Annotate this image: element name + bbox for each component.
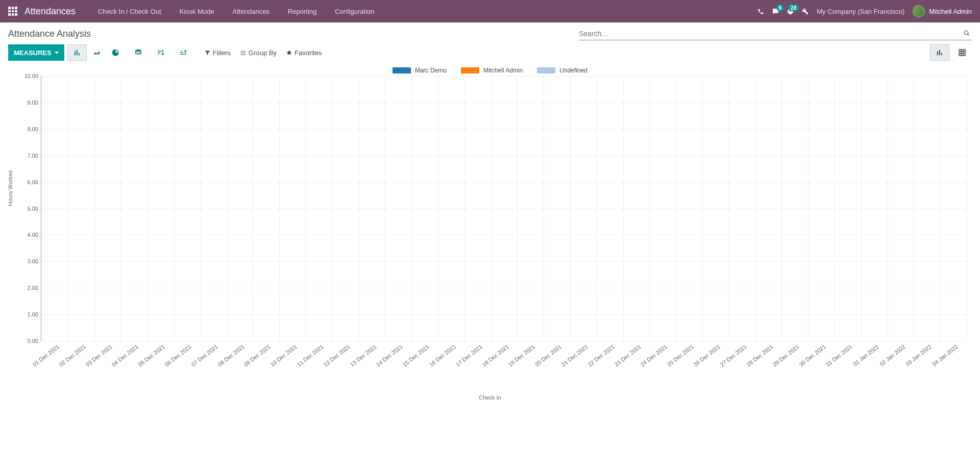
discuss-icon[interactable]: 6: [772, 8, 779, 15]
vgridline: [464, 76, 465, 341]
nav-link-checkin[interactable]: Check In / Check Out: [90, 5, 169, 18]
group-by-button[interactable]: Group By: [240, 49, 277, 57]
nav-link-configuration[interactable]: Configuration: [327, 5, 382, 18]
sort-asc-button[interactable]: [174, 44, 193, 61]
line-chart-button[interactable]: [87, 44, 106, 61]
gridline: [41, 209, 967, 209]
legend-item[interactable]: Mitchell Admin: [461, 67, 523, 74]
gridline: [41, 156, 967, 156]
legend-label: Mitchell Admin: [483, 67, 523, 74]
y-tick: 6.00: [28, 179, 41, 185]
user-menu[interactable]: Mitchell Admin: [913, 5, 972, 17]
activity-badge: 28: [788, 5, 799, 11]
legend-swatch: [393, 67, 411, 73]
pivot-view-button[interactable]: [952, 44, 972, 61]
y-tick: 3.00: [28, 258, 41, 264]
x-tick: 12 Dec 2021: [322, 343, 351, 368]
app-brand[interactable]: Attendances: [24, 6, 76, 17]
y-tick: 4.00: [28, 232, 41, 238]
x-tick: 31 Dec 2021: [824, 343, 853, 368]
vgridline: [597, 76, 597, 341]
y-tick: 8.00: [28, 126, 41, 132]
star-icon: [286, 49, 292, 56]
search-icon[interactable]: [961, 30, 972, 38]
vgridline: [544, 76, 544, 341]
search-input[interactable]: [579, 30, 961, 38]
legend-swatch: [461, 67, 479, 73]
x-tick: 10 Dec 2021: [270, 343, 299, 368]
x-tick: 28 Dec 2021: [745, 343, 774, 368]
legend-item[interactable]: Marc Demo: [393, 67, 447, 74]
graph-view-button[interactable]: [930, 44, 949, 61]
apps-icon[interactable]: [8, 7, 17, 16]
bar-chart-button[interactable]: [67, 44, 87, 61]
y-axis-label: Hours Worked: [7, 170, 13, 206]
vgridline: [888, 76, 888, 341]
vgridline: [755, 76, 756, 341]
vgridline: [570, 76, 571, 341]
vgridline: [385, 76, 385, 341]
legend-label: Marc Demo: [415, 67, 447, 74]
vgridline: [332, 76, 333, 341]
group-by-label: Group By: [249, 49, 277, 57]
x-tick: 08 Dec 2021: [216, 343, 246, 368]
svg-point-1: [135, 49, 141, 52]
vgridline: [491, 76, 492, 341]
x-tick: 30 Dec 2021: [798, 343, 827, 368]
pie-chart-button[interactable]: [106, 44, 126, 61]
control-panel: Attendance Analysis MEASURES: [0, 22, 980, 61]
y-tick: 10.00: [24, 73, 41, 79]
vgridline: [253, 76, 253, 341]
debug-icon[interactable]: [802, 8, 808, 15]
y-tick: 9.00: [28, 100, 41, 106]
vgridline: [649, 76, 650, 341]
nav-link-kiosk[interactable]: Kiosk Mode: [172, 5, 223, 18]
vgridline: [623, 76, 624, 341]
vgridline: [967, 76, 967, 341]
chart-area: Marc DemoMitchell AdminUndefined Hours W…: [0, 63, 980, 401]
gridline: [41, 103, 967, 103]
filters-button[interactable]: Filters: [204, 49, 231, 57]
phone-icon[interactable]: [757, 8, 764, 15]
x-tick: 13 Dec 2021: [349, 343, 378, 368]
x-tick: 29 Dec 2021: [772, 343, 801, 368]
vgridline: [120, 76, 121, 341]
nav-link-attendances[interactable]: Attendances: [225, 5, 278, 18]
y-tick: 2.00: [28, 285, 41, 291]
chart-type-group: [67, 44, 126, 61]
activity-icon[interactable]: 28: [787, 8, 794, 15]
favorites-button[interactable]: Favorites: [286, 49, 322, 57]
gridline: [41, 235, 967, 235]
company-selector[interactable]: My Company (San Francisco): [817, 8, 904, 15]
vgridline: [517, 76, 518, 341]
measures-button[interactable]: MEASURES: [8, 44, 64, 61]
vgridline: [227, 76, 227, 341]
main-navbar: Attendances Check In / Check Out Kiosk M…: [0, 0, 980, 22]
vgridline: [940, 76, 941, 341]
x-tick: 16 Dec 2021: [428, 343, 457, 368]
x-tick: 17 Dec 2021: [454, 343, 483, 368]
vgridline: [914, 76, 914, 341]
stacked-button[interactable]: [129, 44, 148, 61]
filters-label: Filters: [213, 49, 231, 57]
measures-label: MEASURES: [14, 49, 52, 57]
x-tick: 11 Dec 2021: [296, 343, 325, 368]
filter-icon: [204, 49, 211, 56]
y-tick: 1.00: [28, 311, 41, 317]
x-tick: 15 Dec 2021: [402, 343, 431, 368]
vgridline: [200, 76, 201, 341]
nav-link-reporting[interactable]: Reporting: [280, 5, 325, 18]
search-bar[interactable]: [579, 28, 972, 40]
sort-desc-button[interactable]: [151, 44, 170, 61]
group-icon: [240, 49, 247, 56]
discuss-badge: 6: [776, 5, 785, 11]
x-tick: 21 Dec 2021: [560, 343, 589, 368]
legend-item[interactable]: Undefined: [537, 67, 587, 74]
gridline: [41, 76, 967, 77]
svg-point-0: [964, 31, 968, 35]
gridline: [41, 182, 967, 183]
vgridline: [702, 76, 703, 341]
x-tick: 27 Dec 2021: [719, 343, 748, 368]
x-tick: 22 Dec 2021: [586, 343, 616, 368]
vgridline: [411, 76, 412, 341]
